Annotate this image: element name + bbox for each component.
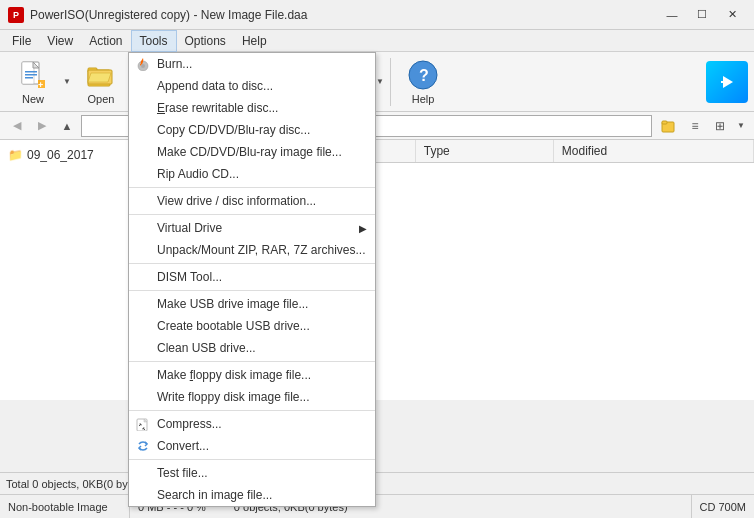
- view-list-button[interactable]: ≡: [684, 115, 706, 137]
- col-type[interactable]: Type: [415, 140, 553, 163]
- app-icon: P: [8, 7, 24, 23]
- menu-erase[interactable]: Erase rewritable disc...: [129, 97, 375, 119]
- maximize-button[interactable]: ☐: [688, 5, 716, 25]
- main-area: 📁 09_06_2017 Name Size Type Modified: [0, 140, 754, 400]
- svg-rect-26: [721, 81, 731, 83]
- svg-text:+: +: [38, 80, 43, 90]
- new-icon: +: [17, 59, 49, 91]
- svg-rect-4: [25, 74, 37, 76]
- status-bar: Non-bootable Image 0 MB - - - 0 % 0 obje…: [0, 494, 754, 518]
- menu-help[interactable]: Help: [234, 30, 275, 52]
- new-label: New: [22, 93, 44, 105]
- menu-search[interactable]: Search in image file...: [129, 484, 375, 506]
- browse-button[interactable]: [655, 115, 681, 137]
- menu-convert-label: Convert...: [157, 439, 209, 453]
- menu-clean-usb-label: Clean USB drive...: [157, 341, 256, 355]
- new-dropdown-arrow[interactable]: ▼: [62, 56, 72, 108]
- menu-create-bootable-usb[interactable]: Create bootable USB drive...: [129, 315, 375, 337]
- window-title: PowerISO(Unregistered copy) - New Image …: [30, 8, 307, 22]
- tree-item-icon: 📁: [8, 148, 23, 162]
- svg-rect-28: [662, 121, 667, 124]
- menu-test-file[interactable]: Test file...: [129, 462, 375, 484]
- menu-make-image[interactable]: Make CD/DVD/Blu-ray image file...: [129, 141, 375, 163]
- menu-compress[interactable]: Compress...: [129, 413, 375, 435]
- menu-bar: File View Action Tools Options Help: [0, 30, 754, 52]
- separator-5: [129, 361, 375, 362]
- menu-write-floppy[interactable]: Write floppy disk image file...: [129, 386, 375, 408]
- menu-convert[interactable]: Convert...: [129, 435, 375, 457]
- forward-button[interactable]: ▶: [31, 115, 53, 137]
- convert-menu-icon: [135, 438, 151, 454]
- compress-menu-icon: [135, 416, 151, 432]
- status-image-type: Non-bootable Image: [0, 495, 130, 518]
- menu-make-floppy-image[interactable]: Make floppy disk image file...: [129, 364, 375, 386]
- view-dropdown-button[interactable]: ▼: [734, 115, 748, 137]
- menu-unpack-mount-label: Unpack/Mount ZIP, RAR, 7Z archives...: [157, 243, 366, 257]
- svg-rect-5: [25, 77, 33, 79]
- menu-make-image-label: Make CD/DVD/Blu-ray image file...: [157, 145, 342, 159]
- tree-item-label: 09_06_2017: [27, 148, 94, 162]
- menu-search-label: Search in image file...: [157, 488, 272, 502]
- menu-make-usb-image[interactable]: Make USB drive image file...: [129, 293, 375, 315]
- menu-test-file-label: Test file...: [157, 466, 208, 480]
- svg-rect-1: [22, 62, 34, 84]
- menu-copy-disc-label: Copy CD/DVD/Blu-ray disc...: [157, 123, 310, 137]
- menu-rip-audio-label: Rip Audio CD...: [157, 167, 239, 181]
- help-button[interactable]: ? Help: [396, 56, 450, 108]
- menu-make-usb-image-label: Make USB drive image file...: [157, 297, 308, 311]
- left-panel: 📁 09_06_2017: [0, 140, 130, 400]
- menu-rip-audio[interactable]: Rip Audio CD...: [129, 163, 375, 185]
- up-button[interactable]: ▲: [56, 115, 78, 137]
- view-grid-button[interactable]: ⊞: [709, 115, 731, 137]
- menu-dism-label: DISM Tool...: [157, 270, 222, 284]
- menu-virtual-drive[interactable]: Virtual Drive ▶: [129, 217, 375, 239]
- menu-action[interactable]: Action: [81, 30, 130, 52]
- menu-tools[interactable]: Tools: [131, 30, 177, 52]
- menu-clean-usb[interactable]: Clean USB drive...: [129, 337, 375, 359]
- menu-append-label: Append data to disc...: [157, 79, 273, 93]
- back-button[interactable]: ◀: [6, 115, 28, 137]
- separator-2: [129, 214, 375, 215]
- toolbar-separator-2: [390, 58, 391, 106]
- tree-item-root[interactable]: 📁 09_06_2017: [4, 146, 125, 164]
- svg-rect-3: [25, 71, 37, 73]
- menu-create-bootable-usb-label: Create bootable USB drive...: [157, 319, 310, 333]
- col-modified[interactable]: Modified: [553, 140, 753, 163]
- separator-3: [129, 263, 375, 264]
- quick-action-icon[interactable]: [706, 61, 748, 103]
- menu-append[interactable]: Append data to disc...: [129, 75, 375, 97]
- help-icon: ?: [407, 59, 439, 91]
- menu-burn[interactable]: Burn...: [129, 53, 375, 75]
- close-button[interactable]: ✕: [718, 5, 746, 25]
- separator-6: [129, 410, 375, 411]
- title-bar: P PowerISO(Unregistered copy) - New Imag…: [0, 0, 754, 30]
- menu-virtual-drive-label: Virtual Drive: [157, 221, 222, 235]
- menu-make-floppy-image-label: Make floppy disk image file...: [157, 368, 311, 382]
- menu-compress-label: Compress...: [157, 417, 222, 431]
- menu-unpack-mount[interactable]: Unpack/Mount ZIP, RAR, 7Z archives...: [129, 239, 375, 261]
- menu-view[interactable]: View: [39, 30, 81, 52]
- mount-dropdown-arrow[interactable]: ▼: [375, 56, 385, 108]
- menu-write-floppy-label: Write floppy disk image file...: [157, 390, 310, 404]
- svg-text:?: ?: [419, 67, 429, 84]
- minimize-button[interactable]: —: [658, 5, 686, 25]
- toolbar2: ◀ ▶ ▲ ≡ ⊞ ▼: [0, 112, 754, 140]
- open-icon: [85, 59, 117, 91]
- separator-1: [129, 187, 375, 188]
- menu-view-drive-label: View drive / disc information...: [157, 194, 316, 208]
- burn-menu-icon: [135, 56, 151, 72]
- menu-view-drive[interactable]: View drive / disc information...: [129, 190, 375, 212]
- total-objects: Total 0 objects, 0KB(0 by: [6, 478, 128, 490]
- separator-4: [129, 290, 375, 291]
- new-button[interactable]: + New: [6, 56, 60, 108]
- bottom-bar: Total 0 objects, 0KB(0 by: [0, 472, 754, 494]
- menu-options[interactable]: Options: [177, 30, 234, 52]
- menu-burn-label: Burn...: [157, 57, 192, 71]
- title-bar-left: P PowerISO(Unregistered copy) - New Imag…: [8, 7, 307, 23]
- menu-copy-disc[interactable]: Copy CD/DVD/Blu-ray disc...: [129, 119, 375, 141]
- menu-dism[interactable]: DISM Tool...: [129, 266, 375, 288]
- menu-file[interactable]: File: [4, 30, 39, 52]
- open-button[interactable]: Open: [74, 56, 128, 108]
- separator-7: [129, 459, 375, 460]
- toolbar: + New ▼ Open ▼: [0, 52, 754, 112]
